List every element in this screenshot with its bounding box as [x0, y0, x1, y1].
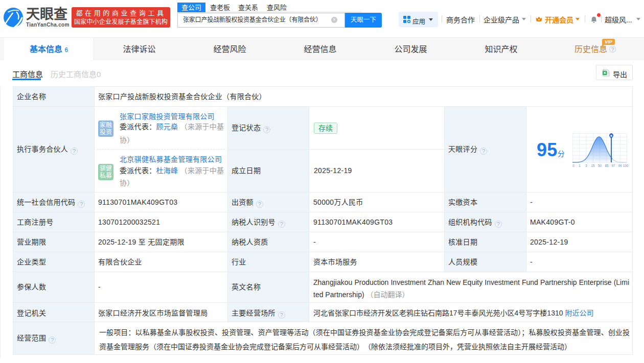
svg-text:0: 0	[572, 164, 574, 167]
svg-text:100: 100	[623, 164, 629, 167]
svg-text:3: 3	[585, 164, 587, 167]
svg-text:15: 15	[591, 164, 595, 167]
svg-text:1: 1	[579, 164, 581, 167]
svg-text:50: 50	[598, 164, 602, 167]
svg-text:99: 99	[618, 164, 622, 167]
svg-text:85: 85	[605, 164, 609, 167]
svg-text:97: 97	[611, 164, 615, 167]
